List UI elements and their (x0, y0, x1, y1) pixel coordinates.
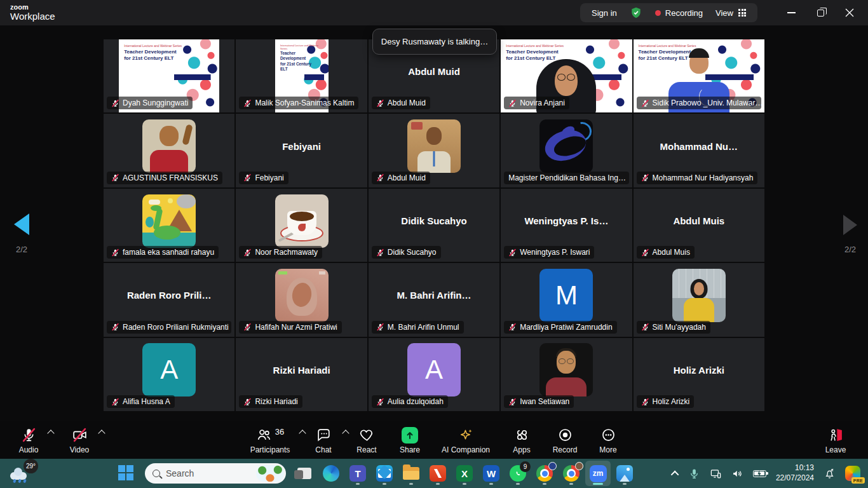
participant-label: Didik Sucahyo (372, 246, 441, 259)
muted-mic-icon (641, 398, 649, 406)
close-button[interactable] (835, 0, 864, 25)
participant-tile[interactable]: AAlifia Husna A (104, 338, 234, 411)
muted-mic-icon (641, 248, 649, 257)
weather-widget[interactable]: 29° (10, 463, 33, 484)
participant-tile[interactable]: Didik SucahyoDidik Sucahyo (369, 189, 499, 262)
participant-tile[interactable]: Siti Mu'ayyadah (634, 263, 764, 336)
react-button[interactable]: React (352, 426, 381, 454)
participant-name-text: Didik Sucahyo (388, 248, 437, 257)
muted-mic-icon (111, 398, 119, 406)
recording-label: Recording (665, 8, 703, 18)
taskbar-search-box[interactable]: Search (145, 463, 286, 484)
excel-app-button[interactable]: X (452, 461, 477, 486)
participant-tile[interactable]: Abdul MuisAbdul Muis (634, 189, 764, 262)
participant-tile[interactable]: International Lecture and Webinar Series… (634, 39, 764, 112)
tray-battery-icon[interactable] (753, 470, 766, 477)
edge-app-button[interactable] (318, 461, 344, 486)
chrome-profile2-button[interactable] (559, 461, 584, 486)
audio-button[interactable]: Audio (14, 426, 43, 454)
chrome-profile1-button[interactable] (532, 461, 557, 486)
windows-logo-icon (118, 465, 125, 472)
audio-label: Audio (19, 445, 39, 454)
view-button[interactable]: View (715, 8, 746, 18)
participant-tile[interactable]: Noor Rachmawaty (236, 189, 367, 262)
minimize-button[interactable] (776, 0, 806, 25)
tray-overflow-chevron-icon[interactable] (671, 470, 679, 478)
view-label: View (715, 8, 733, 18)
participant-tile[interactable]: Holiz ArizkiHoliz Arizki (634, 338, 764, 411)
chat-button[interactable]: Chat (309, 426, 338, 454)
participant-tile[interactable]: International Lecture and Webinar Series… (104, 39, 234, 112)
participants-options-caret[interactable] (299, 430, 306, 437)
brand-workplace: Workplace (10, 11, 55, 22)
restore-button[interactable] (806, 0, 835, 25)
whatsapp-app-button[interactable]: 9 (505, 461, 531, 486)
participant-tile[interactable]: Magister Pendidikan Bahasa Ing… (501, 114, 632, 187)
record-label: Record (553, 445, 578, 454)
participant-tile[interactable]: MMardliya Pratiwi Zamruddin (501, 263, 632, 336)
participant-tile[interactable]: AGUSTINUS FRANSISKUS (104, 114, 234, 187)
share-screen-icon (402, 427, 418, 444)
tray-volume-icon[interactable] (731, 468, 743, 480)
chat-options-caret[interactable] (342, 430, 349, 437)
participant-tile[interactable]: Rizki HariadiRizki Hariadi (236, 338, 367, 411)
tray-mic-icon[interactable] (688, 468, 700, 480)
share-button[interactable]: Share (395, 426, 424, 454)
participant-tile[interactable]: Mohammad Nu…Mohammad Nur Hadiyansyah (634, 114, 764, 187)
participant-tile[interactable]: International Lecture and Webinar Series… (501, 39, 632, 112)
video-options-caret[interactable] (98, 430, 105, 437)
gallery-next-page-button[interactable]: 2/2 (837, 215, 863, 254)
participant-tile[interactable]: Weningtyas P. Is…Weningtyas P. Iswari (501, 189, 632, 262)
participant-tile[interactable]: AAulia dzulqoidah (369, 338, 499, 411)
participant-name-text: Iwan Setiawan (520, 397, 569, 406)
security-shield-icon[interactable] (630, 6, 642, 19)
start-button[interactable] (118, 465, 135, 482)
sign-in-button[interactable]: Sign in (592, 8, 617, 18)
pdf-app-button[interactable] (425, 461, 451, 486)
participant-tile[interactable]: famala eka sanhadi rahayu (104, 189, 234, 262)
participant-label: Abdul Muis (637, 246, 695, 259)
participant-tile[interactable]: Hafifah Nur Azmi Pratiwi (236, 263, 367, 336)
copilot-icon[interactable]: PRE (845, 466, 860, 481)
photos-app-button[interactable] (612, 461, 637, 486)
mail-app-button[interactable] (372, 461, 397, 486)
task-view-button[interactable] (292, 461, 317, 486)
tray-cast-icon[interactable] (710, 468, 722, 480)
apps-button[interactable]: Apps (507, 426, 536, 454)
audio-options-caret[interactable] (47, 430, 54, 437)
participant-name-center: Didik Sucahyo (369, 189, 499, 253)
video-button[interactable]: Video (65, 426, 94, 454)
participant-label: AGUSTINUS FRANSISKUS (107, 172, 222, 184)
participant-tile[interactable]: Iwan Setiawan (501, 338, 632, 411)
leave-label: Leave (825, 445, 846, 454)
next-page-arrow-icon[interactable] (843, 215, 857, 235)
search-highlight-image[interactable] (256, 465, 284, 482)
word-app-button[interactable]: W (478, 461, 504, 486)
participant-tile[interactable]: FebiyaniFebiyani (236, 114, 367, 187)
participant-tile[interactable]: M. Bahri Arifin…M. Bahri Arifin Unmul (369, 263, 499, 336)
participant-name-center: Febiyani (236, 114, 367, 178)
tray-notification-bell-icon[interactable] (824, 468, 836, 480)
meeting-toolbar: Audio Video 36 Participants Chat (0, 421, 868, 459)
participant-tile[interactable]: International Lecture and Webinar Series… (236, 39, 367, 112)
participant-tile[interactable]: Raden Roro Prili…Raden Roro Priliani Ruk… (104, 263, 234, 336)
more-button[interactable]: More (593, 426, 623, 454)
prev-page-arrow-icon[interactable] (14, 214, 29, 235)
ai-companion-button[interactable]: AI Companion (438, 426, 493, 454)
tray-clock[interactable]: 10:13 22/07/2024 (776, 463, 814, 483)
participants-button[interactable]: 36 Participants (245, 426, 295, 454)
gallery-prev-page-button[interactable]: 2/2 (8, 214, 36, 254)
video-label: Video (70, 445, 89, 454)
participant-name-center: Raden Roro Prili… (104, 263, 234, 327)
participant-label: Rizki Hariadi (239, 395, 302, 408)
record-button[interactable]: Record (550, 426, 580, 454)
leave-button[interactable]: Leave (821, 426, 850, 454)
participant-name-text: Holiz Arizki (653, 397, 690, 406)
teams-app-button[interactable]: T (345, 461, 370, 486)
participant-tile[interactable]: Abdul Muid (369, 114, 499, 187)
zoom-app-button[interactable]: zm (585, 461, 611, 486)
muted-mic-icon (508, 398, 517, 406)
muted-mic-icon (243, 99, 252, 107)
file-explorer-button[interactable] (398, 461, 424, 486)
page-indicator: 2/2 (8, 245, 36, 254)
